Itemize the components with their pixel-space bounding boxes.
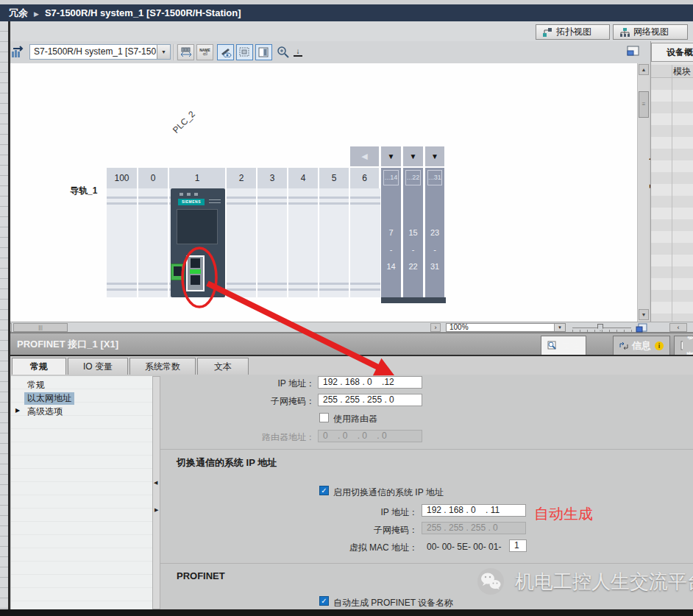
station-icon[interactable] [10, 46, 25, 59]
vscroll-thumb[interactable]: ≡ [639, 91, 649, 118]
split-view-icon[interactable] [626, 45, 641, 58]
zoom-icon [277, 46, 290, 59]
diagnostics-icon [680, 341, 683, 350]
slot-header-3[interactable]: 3 [257, 168, 288, 188]
rj45-port-icon [191, 258, 200, 268]
canvas-vertical-scrollbar[interactable]: ▲ ≡ ▼ [637, 63, 649, 322]
use-router-checkbox[interactable] [319, 413, 329, 422]
expand-group-button[interactable]: ▼ [425, 146, 446, 166]
highlight-io-icon [220, 47, 232, 57]
tab-device-overview[interactable]: 设备概览 [651, 43, 693, 62]
collapsed-project-tree-strip[interactable] [0, 21, 10, 609]
expand-group-button[interactable]: ▼ [403, 146, 424, 166]
wechat-icon [477, 567, 508, 595]
nav-item-general[interactable]: 常规 [24, 379, 48, 392]
device-select-dropdown[interactable]: S7-1500R/H system_1 [S7-150 ▼ [29, 44, 171, 60]
auto-generated-annotation: 自动生成 [534, 504, 593, 524]
topology-view-button[interactable]: 拓扑视图 [536, 24, 610, 40]
tab-diagnostics[interactable]: 诊断 [674, 336, 693, 355]
properties-body: 常规 以太网地址 ▶ 高级选项 ◀ ▶ IP 地址： 192 . 168 . 0… [10, 375, 693, 609]
breadcrumb-arrow-icon: ▶ [34, 10, 39, 18]
highlight-io-button[interactable] [217, 44, 234, 60]
nav-scrollbar[interactable]: ◀ ▶ [152, 376, 160, 609]
grid-button[interactable] [236, 44, 253, 60]
nav-item-ethernet-address[interactable]: 以太网地址 [24, 392, 74, 405]
properties-nav: 常规 以太网地址 ▶ 高级选项 [11, 376, 152, 609]
topology-icon [543, 28, 552, 37]
properties-header-title: PROFINET 接口_1 [X1] [17, 339, 118, 350]
tab-label: 常规 [30, 361, 48, 372]
info-badge-icon: i [655, 341, 664, 350]
overview-scroll-left-icon[interactable]: ‹ [669, 323, 687, 332]
device-select-value: S7-1500R/H system_1 [S7-150 [30, 45, 157, 59]
tia-portal-device-view: 冗余▶S7-1500R/H system_1 [S7-1500R/H-Stati… [0, 0, 693, 616]
nav-splitter-left-icon[interactable]: ◀ [154, 480, 157, 486]
zoom-level-dropdown[interactable]: 100% ▼ [446, 323, 566, 332]
tab-info[interactable]: 信息 i [613, 336, 670, 355]
collapsed-slot-group-14[interactable]: ...14 7-14 [381, 168, 402, 297]
scroll-right-icon[interactable]: › [430, 323, 441, 332]
system-ip-field[interactable]: 192 . 168 . 0 . 11 [422, 504, 526, 517]
network-view-button[interactable]: 网络视图 [613, 24, 688, 40]
profinet-section-title: PROFINET [177, 570, 225, 581]
save-layout-button[interactable]: ↓ [294, 47, 302, 57]
slot-header-0[interactable]: 0 [138, 168, 169, 188]
tab-io-variables[interactable]: IO 变量 [68, 358, 128, 376]
rail-label[interactable]: 导轨_1 [70, 185, 97, 197]
subnet-mask-field[interactable]: 255 . 255 . 255 . 0 [318, 394, 422, 406]
virtual-mac-label: 虚拟 MAC 地址： [278, 542, 418, 554]
slot-number: 6 [362, 173, 367, 183]
device-view-canvas[interactable]: PLC_2 导轨_1 ◀ ▼ ▼ ▼ 100 0 1 2 3 4 5 6 ...… [10, 63, 637, 322]
fit-to-view-icon[interactable] [636, 323, 647, 333]
dropdown-arrow-icon[interactable]: ▼ [157, 45, 170, 59]
port-x2-green[interactable] [171, 263, 185, 280]
slot-header-4[interactable]: 4 [288, 168, 319, 188]
plc-name-label[interactable]: PLC_2 [171, 109, 197, 135]
port-x1-group[interactable] [186, 255, 205, 291]
auto-profinet-name-checkbox[interactable]: ✓ [319, 596, 329, 606]
zoom-button[interactable] [277, 46, 290, 61]
hscroll-thumb[interactable]: ||| [13, 323, 68, 332]
tab-properties[interactable]: 属性 [541, 336, 586, 355]
expand-group-button[interactable]: ▼ [381, 146, 402, 166]
cpu-module[interactable]: SIEMENS [171, 188, 225, 297]
scroll-slots-left-button[interactable]: ◀ [350, 146, 380, 166]
tab-diagnostics-label: 诊断 [686, 336, 693, 355]
slot-header-1[interactable]: 1 [169, 168, 227, 188]
scroll-up-icon[interactable]: ▲ [639, 64, 649, 75]
triangle-down-icon: ▼ [410, 152, 417, 160]
zoom-slider[interactable] [572, 328, 631, 328]
group-range: 15-22 [403, 228, 423, 271]
slot-header-100[interactable]: 100 [107, 168, 138, 188]
group-header: ...14 [383, 170, 399, 185]
tab-texts[interactable]: 文本 [197, 358, 249, 376]
slot-header-2[interactable]: 2 [227, 168, 257, 188]
enable-system-ip-checkbox[interactable]: ✓ [319, 486, 329, 495]
tab-general[interactable]: 常规 [12, 358, 66, 376]
tab-system-constants[interactable]: 系统常数 [129, 358, 196, 376]
adjust-width-button[interactable] [177, 44, 194, 60]
ip-address-field[interactable]: 192 . 168 . 0 .12 [318, 376, 422, 389]
network-view-label: 网络视图 [633, 26, 669, 38]
ethernet-address-form: IP 地址： 192 . 168 . 0 .12 子网掩码： 255 . 255… [160, 375, 693, 609]
zoom-dropdown-arrow-icon[interactable]: ▼ [554, 324, 565, 331]
tab-properties-label: 属性 [561, 335, 580, 357]
link-led [190, 269, 201, 274]
collapsed-slot-group-31[interactable]: ...31 23-31 [425, 168, 446, 297]
group-bottom-cap [381, 297, 446, 303]
info-arrows-icon [619, 341, 628, 350]
slot-header-5[interactable]: 5 [319, 168, 350, 188]
system-subnet-field: 255 . 255 . 255 . 0 [422, 522, 526, 534]
slot-header-6[interactable]: 6 [350, 168, 380, 188]
scroll-down-icon[interactable]: ▼ [639, 309, 649, 320]
nav-splitter-right-icon[interactable]: ▶ [154, 507, 158, 513]
nav-expand-icon[interactable]: ▶ [15, 407, 20, 414]
collapsed-slot-group-22[interactable]: ...22 15-22 [403, 168, 424, 297]
overview-panel-button[interactable] [255, 44, 272, 60]
grid-icon [239, 47, 250, 57]
rename-button[interactable]: NAME ⏎ [196, 44, 213, 60]
breadcrumb-root[interactable]: 冗余 [9, 7, 28, 18]
system-ip-section-title: 切换通信的系统 IP 地址 [177, 456, 277, 470]
nav-item-advanced-options[interactable]: 高级选项 [24, 406, 65, 418]
virtual-mac-field[interactable]: 1 [509, 539, 527, 552]
